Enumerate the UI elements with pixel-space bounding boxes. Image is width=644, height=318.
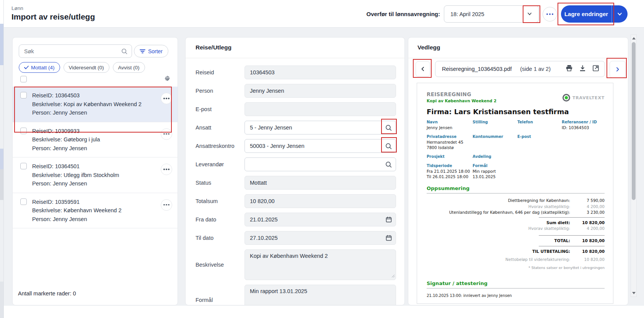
list-item[interactable]: ReiseID: 10364503 Beskrivelse: Kopi av K… xyxy=(13,87,178,122)
calendar-icon[interactable] xyxy=(385,216,392,224)
transfer-label: Overfør til lønnsavregning: xyxy=(364,11,440,17)
chevron-down-icon xyxy=(527,11,532,18)
row-checkbox[interactable] xyxy=(20,163,27,169)
filter-chip-label: Avvist (0) xyxy=(118,65,140,70)
print-icon[interactable] xyxy=(566,65,573,73)
scroll-up-icon[interactable] xyxy=(631,35,636,41)
travel-list-panel: Sorter Mottatt (4) Videresendt (0) Avvis… xyxy=(12,37,178,305)
pdf-preview[interactable]: REISEREGNING Kopi av København Weekend 2… xyxy=(417,83,613,304)
field-label: Leverandør xyxy=(196,161,245,167)
page-title: Import av reise/utlegg xyxy=(11,12,95,21)
field-label: Person xyxy=(196,88,245,94)
filter-chip-avvist[interactable]: Avvist (0) xyxy=(113,62,145,73)
save-changes-label: Lagre endringer xyxy=(561,11,611,17)
open-external-icon[interactable] xyxy=(592,65,599,73)
row-menu-button[interactable] xyxy=(161,128,172,140)
ansatt-field[interactable]: 5 - Jenny Jensen xyxy=(245,121,396,134)
attachment-file-name: Reiseregning_10364503.pdf xyxy=(442,66,512,72)
totalsum-field: 10 820,00 xyxy=(245,194,396,208)
row-menu-button[interactable] xyxy=(161,164,172,175)
sort-button-label: Sorter xyxy=(148,48,163,54)
list-item[interactable]: ReiseID: 10309933 Beskrivelse: Gøteborg … xyxy=(13,122,178,157)
pdf-summary: Diettberegning for København:7 590,00 Hv… xyxy=(427,198,605,262)
item-beskrivelse: Beskrivelse: Kopi av København Weekend 2 xyxy=(32,100,155,109)
filter-icon xyxy=(140,49,145,54)
field-label: Totalsum xyxy=(196,198,245,204)
field-label: Ansattreskontro xyxy=(196,143,245,149)
row-menu-button[interactable] xyxy=(161,93,172,104)
row-checkbox[interactable] xyxy=(20,92,27,98)
til-dato-field[interactable]: 27.10.2025 xyxy=(245,231,396,245)
attachment-file-bar[interactable]: Reiseregning_10364503.pdf (side 1 av 2) xyxy=(435,61,605,77)
search-input[interactable] xyxy=(19,45,132,57)
item-reiseid: ReiseID: 10359591 xyxy=(32,198,155,207)
gear-icon[interactable] xyxy=(164,75,171,84)
pdf-signature-line: 21.10.2025 13:00: innlevert av Jenny Jen… xyxy=(427,293,605,298)
field-label: Til dato xyxy=(196,235,245,241)
fra-dato-field[interactable]: 21.01.2025 xyxy=(245,213,396,226)
scroll-down-icon[interactable] xyxy=(631,290,636,296)
lookup-search-icon[interactable] xyxy=(385,124,392,133)
save-changes-dropdown[interactable] xyxy=(611,5,628,23)
item-beskrivelse: Beskrivelse: København Weekend 2 xyxy=(32,206,155,215)
pdf-signature-title: Signatur / attestering xyxy=(427,280,605,288)
person-field: Jenny Jensen xyxy=(245,84,396,98)
field-label: Status xyxy=(196,180,245,186)
row-checkbox[interactable] xyxy=(20,198,27,205)
field-label: E-post xyxy=(196,106,245,112)
field-label: Beskrivelse xyxy=(196,262,245,268)
calendar-icon[interactable] xyxy=(385,234,392,243)
ansattreskontro-field[interactable]: 50003 - Jenny Jensen xyxy=(245,139,396,153)
list-item[interactable]: ReiseID: 10364501 Beskrivelse: Utlegg if… xyxy=(13,157,178,193)
list-item[interactable]: ReiseID: 10359591 Beskrivelse: København… xyxy=(13,193,178,228)
item-person: Person: Jenny Jensen xyxy=(32,179,155,188)
item-beskrivelse: Beskrivelse: Utlegg ifbm Stockholm xyxy=(32,171,155,180)
check-icon xyxy=(24,66,29,69)
pdf-rates-note: * Statens satser er benyttet i utregning… xyxy=(427,266,605,270)
item-beskrivelse: Beskrivelse: Gøteborg i jula xyxy=(32,135,155,144)
breadcrumb: Lønn xyxy=(11,5,23,11)
scrollbar-thumb[interactable] xyxy=(632,42,636,200)
filter-chip-label: Videresendt (0) xyxy=(69,65,104,70)
sort-button[interactable]: Sorter xyxy=(134,45,168,57)
item-reiseid: ReiseID: 10364503 xyxy=(32,91,155,100)
lookup-search-icon[interactable] xyxy=(385,143,392,151)
item-person: Person: Jenny Jensen xyxy=(32,108,155,117)
page-header: Lønn Import av reise/utlegg Overfør til … xyxy=(4,0,644,28)
form-panel-title: Reise/Utlegg xyxy=(196,44,232,51)
download-icon[interactable] xyxy=(579,65,586,73)
leverandor-field[interactable] xyxy=(245,157,396,171)
field-label: Fra dato xyxy=(196,216,245,223)
beskrivelse-textarea[interactable]: Kopi av København Weekend 2 xyxy=(245,249,396,280)
more-actions-button[interactable] xyxy=(543,7,557,21)
previous-attachment-button[interactable] xyxy=(416,61,430,77)
select-all-checkbox[interactable] xyxy=(20,76,27,82)
search-icon xyxy=(121,48,128,56)
traveltext-logo: TRAVELTEXT xyxy=(562,93,605,102)
field-label: Ansatt xyxy=(196,125,245,131)
filter-chip-mottatt[interactable]: Mottatt (4) xyxy=(19,62,60,73)
attachment-panel-title: Vedlegg xyxy=(417,44,440,51)
save-changes-button[interactable]: Lagre endringer xyxy=(561,5,628,23)
status-field: Mottatt xyxy=(245,176,396,190)
next-attachment-button[interactable] xyxy=(610,61,626,78)
attachment-page-indicator: (side 1 av 2) xyxy=(520,66,551,72)
pdf-summary-title: Oppsummering xyxy=(427,185,605,193)
resize-handle[interactable] xyxy=(391,273,395,279)
travel-form-panel: Reise/Utlegg Reiseid 10364503 Person Jen… xyxy=(185,37,405,305)
pdf-doc-type: REISEREGNING xyxy=(427,91,497,97)
filter-chip-label: Mottatt (4) xyxy=(31,65,55,70)
filter-chip-videresendt[interactable]: Videresendt (0) xyxy=(64,62,109,73)
payroll-period-select[interactable]: 18: April 2025 xyxy=(444,5,539,23)
epost-field xyxy=(245,102,396,116)
formal-textarea[interactable]: Min rapport 13.01.2025 xyxy=(245,285,396,305)
attachment-panel: Vedlegg Reiseregning_10364503.pdf (side … xyxy=(408,37,628,305)
left-edge-strip xyxy=(0,0,4,318)
lookup-search-icon[interactable] xyxy=(385,161,392,169)
vertical-scrollbar[interactable] xyxy=(631,34,637,297)
row-menu-button[interactable] xyxy=(161,199,172,211)
list-search[interactable] xyxy=(19,44,132,58)
pdf-company-line: Firma: Lars Kristiansansen testfirma xyxy=(427,108,605,116)
row-checkbox[interactable] xyxy=(20,128,27,134)
chevron-right-icon xyxy=(615,67,620,72)
